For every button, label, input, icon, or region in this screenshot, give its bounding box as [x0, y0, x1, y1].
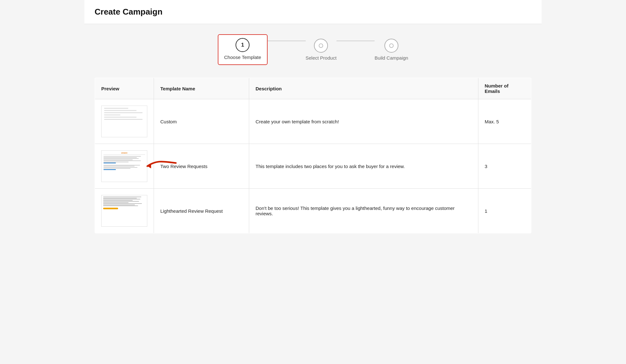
- emails-cell-lighthearted: 1: [478, 189, 531, 233]
- step-1-label: Choose Template: [224, 55, 261, 60]
- col-header-preview: Preview: [95, 78, 154, 99]
- preview-cell-custom: [95, 99, 154, 144]
- col-header-number-of-emails: Number of Emails: [478, 78, 531, 99]
- page-title: Create Campaign: [95, 7, 531, 17]
- red-arrow-icon: [138, 158, 179, 174]
- svg-point-1: [390, 44, 393, 48]
- stepper: 1 Choose Template Select Product: [95, 34, 531, 65]
- step-2-circle: [314, 39, 328, 53]
- preview-thumbnail-custom: [101, 106, 147, 137]
- preview-lighthearted-content: [102, 195, 147, 226]
- description-cell-two-reviews: This template includes two places for yo…: [249, 144, 478, 189]
- emails-cell-custom: Max. 5: [478, 99, 531, 144]
- step-connector-2: [336, 41, 375, 41]
- emails-cell-two-reviews: 3: [478, 144, 531, 189]
- preview-cell-lighthearted: [95, 189, 154, 233]
- step-1-item: 1 Choose Template: [224, 38, 261, 60]
- page-header: Create Campaign: [84, 0, 542, 24]
- table-row[interactable]: Lighthearted Review Request Don't be too…: [95, 189, 531, 233]
- svg-point-0: [319, 44, 323, 48]
- amazon-logo-icon: amazon: [121, 152, 127, 154]
- step-3-circle: [384, 39, 398, 53]
- table-row[interactable]: amazon: [95, 144, 531, 189]
- name-cell-lighthearted: Lighthearted Review Request: [154, 189, 249, 233]
- table-row[interactable]: Custom Create your own template from scr…: [95, 99, 531, 144]
- step-1-box[interactable]: 1 Choose Template: [218, 34, 267, 65]
- table-header-row: Preview Template Name Description Number…: [95, 78, 531, 99]
- col-header-description: Description: [249, 78, 478, 99]
- step-2-item: Select Product: [306, 39, 337, 61]
- step-connector-1: [268, 41, 306, 41]
- step-3-dot-icon: [389, 43, 394, 48]
- step-1-number: 1: [241, 42, 244, 48]
- step-2-label: Select Product: [306, 55, 337, 61]
- preview-thumbnail-lighthearted: [101, 195, 147, 227]
- description-cell-custom: Create your own template from scratch!: [249, 99, 478, 144]
- name-cell-custom: Custom: [154, 99, 249, 144]
- content-area: 1 Choose Template Select Product: [84, 24, 542, 244]
- step-1-circle: 1: [236, 38, 250, 52]
- col-header-template-name: Template Name: [154, 78, 249, 99]
- preview-lines-custom: [102, 106, 147, 137]
- step-3-item: Build Campaign: [375, 39, 408, 61]
- description-cell-lighthearted: Don't be too serious! This template give…: [249, 189, 478, 233]
- page-wrapper: Create Campaign 1 Choose Template: [84, 0, 542, 244]
- preview-cell-two-reviews: amazon: [95, 144, 154, 189]
- template-table: Preview Template Name Description Number…: [95, 78, 531, 233]
- step-3-label: Build Campaign: [375, 55, 408, 61]
- step-2-dot-icon: [319, 43, 323, 48]
